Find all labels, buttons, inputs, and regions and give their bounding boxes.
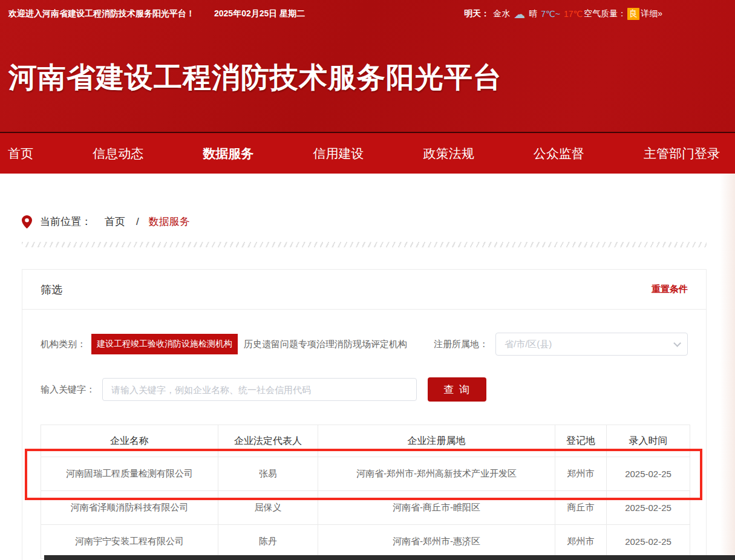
current-date: 2025年02月25日 星期二 [214, 8, 305, 19]
table-header-cell: 企业法定代表人 [218, 425, 318, 457]
table-cell: 郑州市 [555, 457, 607, 491]
nav-item[interactable]: 政策法规 [423, 145, 474, 162]
table-cell: 河南宇宁安装工程有限公司 [41, 525, 218, 559]
table-cell: 河南固瑞工程质量检测有限公司 [41, 457, 218, 491]
region-label: 注册所属地： [434, 339, 488, 350]
aqi-badge: 良 [627, 8, 639, 20]
filter-title: 筛选 [41, 282, 62, 297]
temp-low: 7℃~ [541, 9, 560, 19]
region-select[interactable]: 省/市/区(县) [495, 333, 688, 356]
nav-item[interactable]: 公众监督 [534, 145, 584, 162]
table-header-cell: 登记地 [555, 425, 607, 457]
org-type-option[interactable]: 历史遗留问题专项治理消防现场评定机构 [244, 339, 407, 350]
org-type-label: 机构类别： [41, 339, 86, 350]
table-cell: 河南省-商丘市-睢阳区 [318, 491, 555, 525]
breadcrumb-home[interactable]: 首页 [105, 215, 125, 229]
nav-item[interactable]: 数据服务 [203, 145, 253, 162]
filter-header: 筛选 重置条件 [22, 270, 706, 310]
breadcrumb: 当前位置： 首页 / 数据服务 [22, 215, 735, 229]
table-cell: 2025-02-25 [607, 457, 690, 491]
table-row: 河南宇宁安装工程有限公司陈丹河南省-郑州市-惠济区郑州市2025-02-25 [41, 525, 690, 559]
nav-item[interactable]: 信息动态 [93, 145, 143, 162]
table-cell: 张易 [218, 457, 318, 491]
nav-item[interactable]: 信用建设 [313, 145, 364, 162]
table-cell: 河南省-郑州市-惠济区 [318, 525, 555, 559]
table-cell: 陈丹 [218, 525, 318, 559]
aqi-label: 空气质量： [584, 8, 626, 19]
reset-filters-link[interactable]: 重置条件 [652, 284, 688, 295]
table-row: 河南固瑞工程质量检测有限公司张易河南省-郑州市-郑州高新技术产业开发区郑州市20… [41, 457, 690, 491]
location-pin-icon [22, 215, 32, 229]
table-cell: 郑州市 [555, 525, 607, 559]
table-cell: 屈保义 [218, 491, 318, 525]
topbar: 欢迎进入河南省建设工程消防技术服务阳光平台！ 2025年02月25日 星期二 明… [0, 0, 735, 28]
nav-item[interactable]: 首页 [8, 145, 33, 162]
weather-condition: 晴 [529, 8, 537, 19]
org-type-option-selected[interactable]: 建设工程竣工验收消防设施检测机构 [91, 334, 238, 354]
breadcrumb-separator: / [136, 216, 139, 228]
table-cell: 2025-02-25 [607, 491, 690, 525]
results-table: 企业名称企业法定代表人企业注册属地登记地录入时间 河南固瑞工程质量检测有限公司张… [41, 425, 690, 559]
main-nav: 首页信息动态数据服务信用建设政策法规公众监督主管部门登录 [0, 132, 735, 174]
site-header: 欢迎进入河南省建设工程消防技术服务阳光平台！ 2025年02月25日 星期二 明… [0, 0, 735, 174]
table-header-cell: 企业注册属地 [318, 425, 555, 457]
weather-city: 金水 [493, 8, 510, 19]
table-cell: 商丘市 [555, 491, 607, 525]
nav-item[interactable]: 主管部门登录 [644, 145, 720, 162]
table-header-cell: 企业名称 [41, 425, 218, 457]
breadcrumb-label: 当前位置： [40, 215, 91, 229]
weather-widget: 明天： 金水 ☁ 晴 7℃~ 17℃ 空气质量： 良 详细» [464, 8, 662, 20]
org-type-row: 机构类别： 建设工程竣工验收消防设施检测机构 历史遗留问题专项治理消防现场评定机… [41, 333, 688, 356]
weather-label: 明天： [464, 8, 489, 19]
region-select-placeholder: 省/市/区(县) [505, 339, 552, 350]
table-cell: 2025-02-25 [607, 525, 690, 559]
search-button[interactable]: 查 询 [428, 377, 486, 402]
table-header-cell: 录入时间 [607, 425, 690, 457]
filter-panel: 筛选 重置条件 机构类别： 建设工程竣工验收消防设施检测机构 历史遗留问题专项治… [22, 269, 707, 560]
page-title: 河南省建设工程消防技术服务阳光平台 [8, 59, 502, 97]
table-cell: 河南省-郑州市-郑州高新技术产业开发区 [318, 457, 555, 491]
page-edge-gradient [720, 174, 735, 560]
keyword-label: 输入关键字： [41, 384, 95, 396]
welcome-text: 欢迎进入河南省建设工程消防技术服务阳光平台！ [8, 8, 195, 19]
keyword-row: 输入关键字： 查 询 [41, 377, 688, 402]
cloud-icon: ☁ [514, 8, 525, 20]
table-cell: 河南省泽顺消防科技有限公司 [41, 491, 218, 525]
keyword-input[interactable] [102, 378, 417, 401]
table-header-row: 企业名称企业法定代表人企业注册属地登记地录入时间 [41, 425, 690, 457]
weather-detail-link[interactable]: 详细» [641, 8, 662, 19]
bottom-bar [44, 555, 735, 560]
chevron-down-icon [673, 339, 681, 347]
temp-high: 17℃ [564, 9, 583, 19]
slash-divider [22, 242, 707, 247]
table-row: 河南省泽顺消防科技有限公司屈保义河南省-商丘市-睢阳区商丘市2025-02-25 [41, 491, 690, 525]
breadcrumb-current: 数据服务 [149, 215, 190, 229]
